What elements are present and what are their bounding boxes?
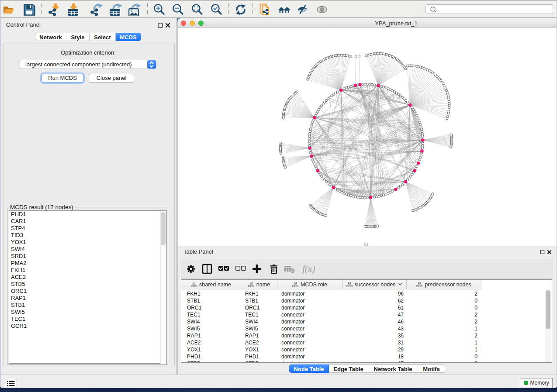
svg-text:f(x): f(x) <box>302 264 315 274</box>
